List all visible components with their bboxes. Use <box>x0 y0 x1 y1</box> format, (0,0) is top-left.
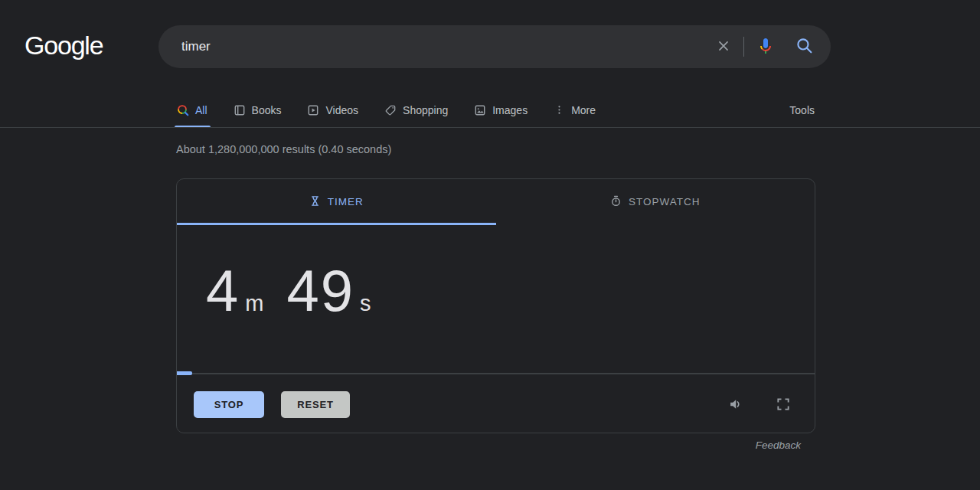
close-icon <box>715 38 732 57</box>
tab-books-label: Books <box>252 104 282 116</box>
search-bar-divider <box>743 37 744 57</box>
timer-progress-fill <box>177 371 192 375</box>
tab-all[interactable]: All <box>176 92 207 128</box>
timer-time-display: 4 m 49 s <box>206 262 371 320</box>
timer-widget-card: TIMER STOPWATCH 4 m 49 s STOP RE <box>176 178 815 433</box>
timer-progress-track <box>177 373 815 374</box>
microphone-icon <box>756 37 775 57</box>
timer-tab[interactable]: TIMER <box>177 179 496 224</box>
search-icon <box>795 36 814 57</box>
sound-toggle-button[interactable] <box>725 394 746 416</box>
tab-images[interactable]: Images <box>474 92 528 128</box>
more-dots-icon <box>554 104 565 116</box>
clear-search-button[interactable] <box>715 38 732 57</box>
timer-minutes-value: 4 <box>206 262 240 320</box>
voice-search-button[interactable] <box>756 37 775 57</box>
fullscreen-button[interactable] <box>773 394 794 416</box>
timer-seconds-unit: s <box>360 291 371 316</box>
feedback-link[interactable]: Feedback <box>756 439 801 451</box>
timer-progress-bar <box>177 371 815 375</box>
reset-button[interactable]: RESET <box>281 391 350 418</box>
stopwatch-tab-label: STOPWATCH <box>629 196 701 207</box>
timer-widget-tabs: TIMER STOPWATCH <box>177 179 815 224</box>
tab-shopping-label: Shopping <box>403 104 448 116</box>
stopwatch-tab[interactable]: STOPWATCH <box>496 179 815 224</box>
active-tab-underline <box>177 223 496 225</box>
search-bar <box>158 25 831 68</box>
timer-tab-label: TIMER <box>328 196 364 207</box>
google-search-page: Google <box>0 0 980 490</box>
hourglass-icon <box>309 195 321 209</box>
search-bar-icons <box>715 36 831 57</box>
image-icon <box>474 104 486 116</box>
speaker-icon <box>727 396 744 415</box>
fullscreen-icon <box>776 397 791 414</box>
timer-minutes-unit: m <box>245 291 263 316</box>
tab-books[interactable]: Books <box>234 92 282 128</box>
tab-all-label: All <box>195 104 207 116</box>
stopwatch-icon <box>610 195 622 209</box>
tab-videos[interactable]: Videos <box>307 92 358 128</box>
stop-button[interactable]: STOP <box>194 391 264 418</box>
colorful-search-icon <box>176 103 189 116</box>
result-stats: About 1,280,000,000 results (0.40 second… <box>176 143 391 155</box>
tab-videos-label: Videos <box>325 104 358 116</box>
tab-more[interactable]: More <box>554 92 596 128</box>
tab-shopping[interactable]: Shopping <box>384 92 448 128</box>
tag-icon <box>384 104 397 116</box>
google-logo[interactable]: Google <box>24 31 103 60</box>
search-submit-button[interactable] <box>795 36 814 57</box>
tools-button[interactable]: Tools <box>789 92 815 128</box>
timer-seconds-value: 49 <box>286 262 354 320</box>
book-icon <box>234 104 246 116</box>
video-icon <box>307 104 319 116</box>
tab-more-label: More <box>571 104 596 116</box>
search-input[interactable] <box>158 25 715 68</box>
search-nav-tabs: All Books Videos Shopping Images <box>176 92 596 128</box>
header-divider <box>0 127 980 128</box>
tab-images-label: Images <box>492 104 528 116</box>
